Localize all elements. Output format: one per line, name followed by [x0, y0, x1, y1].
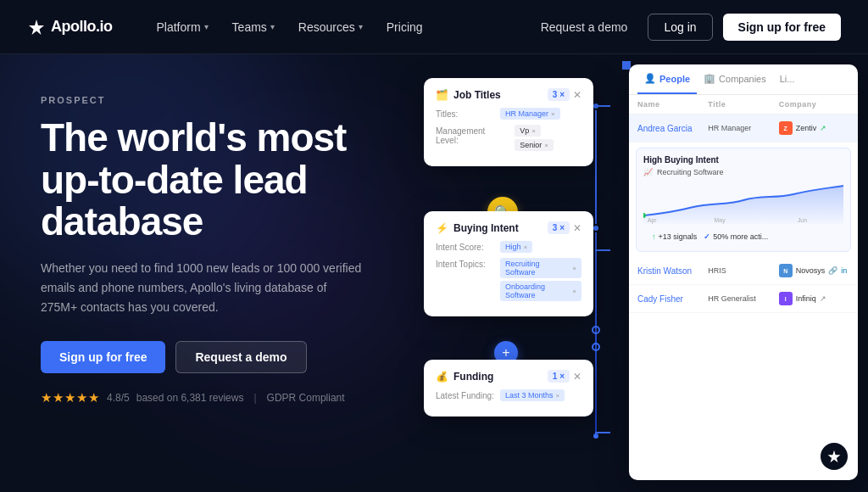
tag-hr-manager[interactable]: HR Manager × — [500, 108, 560, 120]
remove-tag-icon[interactable]: × — [524, 243, 528, 251]
hero-title: The world's most up-to-date lead databas… — [41, 117, 380, 243]
link-icon: 🔗 — [828, 266, 837, 275]
hero-demo-button[interactable]: Request a demo — [175, 341, 306, 373]
person-name: Andrea Garcia — [637, 124, 708, 133]
tag-senior[interactable]: Senior × — [515, 139, 554, 151]
funding-tags: Last 3 Months × — [500, 389, 565, 401]
intent-score-row: Intent Score: High × — [436, 241, 581, 253]
signals-count: ↑ +13 signals — [652, 232, 697, 241]
tag-vp[interactable]: Vp × — [515, 125, 541, 137]
person-title: HRIS — [708, 266, 778, 275]
job-titles-title: 🗂️ Job Titles — [436, 89, 501, 101]
nav-teams[interactable]: Teams ▾ — [222, 15, 285, 39]
remove-tag-icon[interactable]: × — [572, 265, 576, 272]
remove-tag-icon[interactable]: × — [544, 142, 548, 149]
logo-text: Apollo.io — [51, 18, 112, 36]
buying-intent-badge: 3 × — [548, 221, 570, 234]
hero-cta-group: Sign up for free Request a demo — [41, 341, 380, 373]
login-button[interactable]: Log in — [648, 14, 712, 41]
intent-software-item: 📈 Recruiting Software — [643, 168, 843, 176]
rating-row: ★★★★★ 4.8/5 based on 6,381 reviews | GDP… — [41, 390, 380, 405]
apollo-logo-icon — [27, 18, 46, 36]
funding-badge: 1 × — [548, 370, 570, 383]
hero-section: PROSPECT The world's most up-to-date lea… — [0, 54, 868, 492]
h-connector-3 — [595, 432, 610, 433]
buildings-icon: 🏢 — [704, 73, 715, 84]
logo[interactable]: Apollo.io — [27, 18, 112, 36]
job-titles-badge: 3 × — [548, 88, 570, 101]
nav-pricing[interactable]: Pricing — [376, 15, 433, 39]
svg-marker-5 — [828, 450, 841, 463]
chevron-down-icon: ▾ — [359, 22, 363, 31]
job-titles-card: 🗂️ Job Titles 3 × ✕ Titles: HR Manager ×… — [424, 78, 593, 166]
remove-tag-icon[interactable]: × — [556, 392, 560, 400]
signals-row: ↑ +13 signals ✓ 50% more acti... — [643, 229, 843, 244]
signup-button[interactable]: Sign up for free — [723, 14, 841, 41]
eyebrow-label: PROSPECT — [41, 95, 380, 105]
svg-text:May: May — [715, 217, 726, 224]
tag-last-3-months[interactable]: Last 3 Months × — [500, 389, 565, 401]
hero-description: Whether you need to find 1000 new leads … — [41, 259, 363, 317]
person-title: HR Manager — [708, 124, 778, 132]
trend-up-icon: ↑ — [652, 232, 656, 241]
person-company: N Novosys 🔗 in — [779, 264, 849, 277]
nav-platform[interactable]: Platform ▾ — [146, 15, 218, 39]
person-company: I Infiniq ↗ — [779, 292, 849, 305]
hero-left: PROSPECT The world's most up-to-date lea… — [0, 54, 407, 492]
funding-close-icon[interactable]: ✕ — [573, 371, 581, 383]
hero-signup-button[interactable]: Sign up for free — [41, 341, 165, 373]
buying-intent-card: ⚡ Buying Intent 3 × ✕ Intent Score: High… — [424, 211, 593, 316]
dollar-icon: 💰 — [436, 371, 448, 383]
nav-right: Request a demo Log in Sign up for free — [531, 14, 841, 41]
chevron-down-icon: ▾ — [204, 22, 209, 31]
check-icon: ✓ — [704, 232, 710, 241]
titles-row: Titles: HR Manager × — [436, 108, 581, 120]
buying-intent-title: ⚡ Buying Intent — [436, 222, 519, 234]
table-row[interactable]: Cady Fisher HR Generalist I Infiniq ↗ — [629, 285, 858, 313]
management-row: Management Level: Vp × Senior × — [436, 125, 581, 151]
svg-text:Jun: Jun — [798, 217, 807, 223]
gdpr-label: GDPR Compliant — [267, 392, 345, 404]
buying-intent-close-icon[interactable]: ✕ — [573, 222, 581, 234]
more-active-signal: ✓ 50% more acti... — [704, 232, 768, 241]
funding-title: 💰 Funding — [436, 371, 493, 383]
lightning-icon: ⚡ — [436, 222, 448, 234]
hero-right-mockup: 🗂️ Job Titles 3 × ✕ Titles: HR Manager ×… — [407, 54, 868, 492]
nav-resources[interactable]: Resources ▾ — [288, 15, 373, 39]
tab-people[interactable]: 👤 People — [637, 64, 697, 94]
chevron-down-icon: ▾ — [270, 22, 275, 31]
navigation: Apollo.io Platform ▾ Teams ▾ Resources ▾… — [0, 0, 868, 54]
people-panel: 👤 People 🏢 Companies Li... Name Title Co… — [629, 64, 858, 480]
table-row[interactable]: Andrea Garcia HR Manager Z Zentiv ↗ — [629, 115, 858, 143]
apollo-watermark — [821, 443, 848, 470]
person-icon: 👤 — [644, 73, 656, 84]
rating-reviews: based on 6,381 reviews — [136, 392, 244, 404]
connector-dot-outline-2 — [592, 343, 600, 351]
svg-text:Apr: Apr — [648, 217, 657, 224]
connector-line-vertical — [595, 105, 597, 436]
person-name: Kristin Watson — [637, 266, 708, 276]
remove-tag-icon[interactable]: × — [572, 288, 576, 295]
job-titles-close-icon[interactable]: ✕ — [573, 89, 581, 101]
tag-high[interactable]: High × — [500, 241, 532, 253]
funding-latest-row: Latest Funding: Last 3 Months × — [436, 389, 581, 401]
remove-tag-icon[interactable]: × — [531, 127, 536, 135]
tag-onboarding-software[interactable]: Onboarding Software × — [500, 281, 581, 301]
topics-tags: Recruiting Software × Onboarding Softwar… — [500, 258, 581, 301]
funding-card: 💰 Funding 1 × ✕ Latest Funding: Last 3 M… — [424, 360, 593, 417]
people-panel-tabs: 👤 People 🏢 Companies Li... — [629, 64, 858, 95]
remove-tag-icon[interactable]: × — [551, 110, 555, 118]
tab-lists[interactable]: Li... — [773, 64, 802, 94]
h-connector-2 — [595, 249, 610, 251]
job-titles-header: 🗂️ Job Titles 3 × ✕ — [436, 88, 581, 101]
chart-icon: ↗ — [820, 294, 826, 303]
people-table-header: Name Title Company — [629, 95, 858, 115]
apollo-icon — [826, 449, 842, 464]
request-demo-button[interactable]: Request a demo — [531, 15, 638, 39]
person-title: HR Generalist — [708, 294, 778, 303]
table-row[interactable]: Kristin Watson HRIS N Novosys 🔗 in — [629, 257, 858, 285]
buying-intent-header: ⚡ Buying Intent 3 × ✕ — [436, 221, 581, 234]
tag-recruiting-software[interactable]: Recruiting Software × — [500, 258, 581, 278]
person-name: Cady Fisher — [637, 294, 708, 304]
tab-companies[interactable]: 🏢 Companies — [697, 64, 773, 94]
